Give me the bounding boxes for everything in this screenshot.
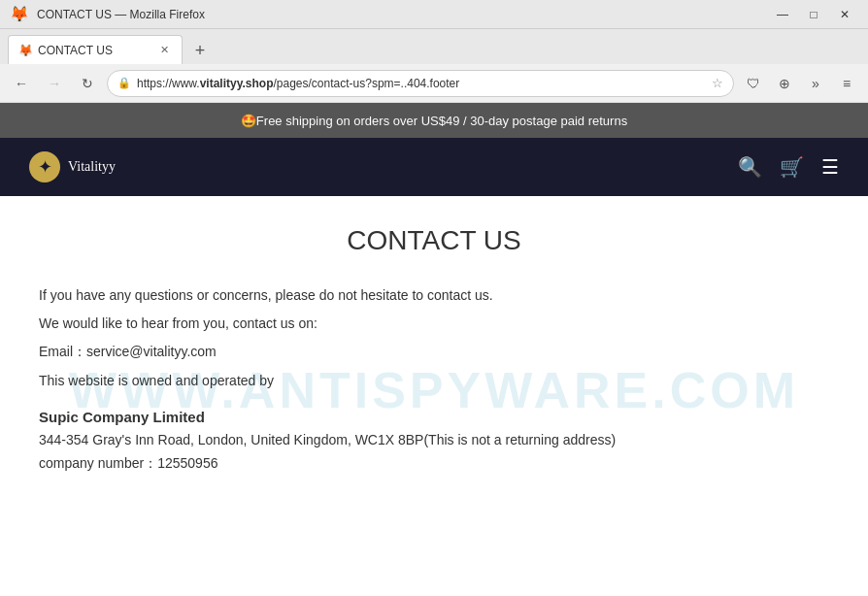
security-icon: 🔒 [117,77,131,89]
reload-button[interactable]: ↻ [74,70,101,97]
cart-icon[interactable]: 🛒 [780,155,804,179]
site-header: ✦ Vitalityy 🔍 🛒 ☰ [0,138,868,196]
logo-icon: ✦ [29,151,60,182]
new-tab-button[interactable]: + [186,37,214,64]
title-bar: 🦊 CONTACT US — Mozilla Firefox — □ ✕ [0,0,868,29]
paragraph-1: If you have any questions or concerns, p… [39,283,829,308]
page-content: WWW.ANTISPYWARE.COM CONTACT US If you ha… [0,196,868,596]
overflow-menu-icon[interactable]: » [802,70,829,97]
search-icon[interactable]: 🔍 [738,155,762,179]
hamburger-menu-icon[interactable]: ≡ [833,70,860,97]
window-title: CONTACT US — Mozilla Firefox [37,8,205,21]
firefox-icon: 🦊 [10,5,29,23]
url-domain: vitalityy.shop [200,77,274,90]
nav-extra-icons: 🛡 ⊕ » ≡ [740,70,860,97]
announcement-bar: 🤩Free shipping on orders over US$49 / 30… [0,103,868,138]
announcement-text: 🤩Free shipping on orders over US$49 / 30… [241,114,627,128]
content-inner: CONTACT US If you have any questions or … [39,225,829,475]
email-value: service@vitalityy.com [86,344,217,359]
url-path: /pages/contact-us?spm=..404.footer [273,77,459,90]
ownership-text: This website is owned and operated by [39,369,829,393]
company-address: 344-354 Gray's Inn Road, London, United … [39,429,829,452]
forward-button[interactable]: → [41,70,68,97]
company-number-line: company number：12550956 [39,452,829,476]
email-line: Email：service@vitalityy.com [39,340,829,364]
logo-area[interactable]: ✦ Vitalityy [29,151,116,182]
company-number-value: 12550956 [157,455,217,471]
paragraph-2: We would like to hear from you, contact … [39,312,829,336]
minimize-button[interactable]: — [769,4,796,25]
header-icons: 🔍 🛒 ☰ [738,155,839,179]
tab-favicon: 🦊 [18,44,32,57]
company-number-label: company number： [39,455,157,471]
logo-text: Vitalityy [68,159,116,175]
company-name: Supic Company Limited [39,409,829,425]
company-section: Supic Company Limited 344-354 Gray's Inn… [39,409,829,476]
active-tab[interactable]: 🦊 CONTACT US ✕ [8,35,183,64]
page-title: CONTACT US [39,225,829,256]
container-icon[interactable]: 🛡 [740,70,767,97]
tab-bar: 🦊 CONTACT US ✕ + [0,29,868,64]
bookmark-icon[interactable]: ☆ [712,76,723,90]
maximize-button[interactable]: □ [800,4,827,25]
logo-symbol: ✦ [38,156,52,178]
url-display: https://www.vitalityy.shop/pages/contact… [137,77,706,90]
url-prefix: https://www. [137,77,200,90]
menu-icon[interactable]: ☰ [821,155,839,179]
tab-label: CONTACT US [38,44,150,57]
email-label: Email： [39,344,86,359]
address-bar[interactable]: 🔒 https://www.vitalityy.shop/pages/conta… [107,70,734,97]
extensions-icon[interactable]: ⊕ [771,70,798,97]
navigation-bar: ← → ↻ 🔒 https://www.vitalityy.shop/pages… [0,64,868,103]
tab-close-button[interactable]: ✕ [156,43,172,58]
close-button[interactable]: ✕ [831,4,858,25]
back-button[interactable]: ← [8,70,35,97]
